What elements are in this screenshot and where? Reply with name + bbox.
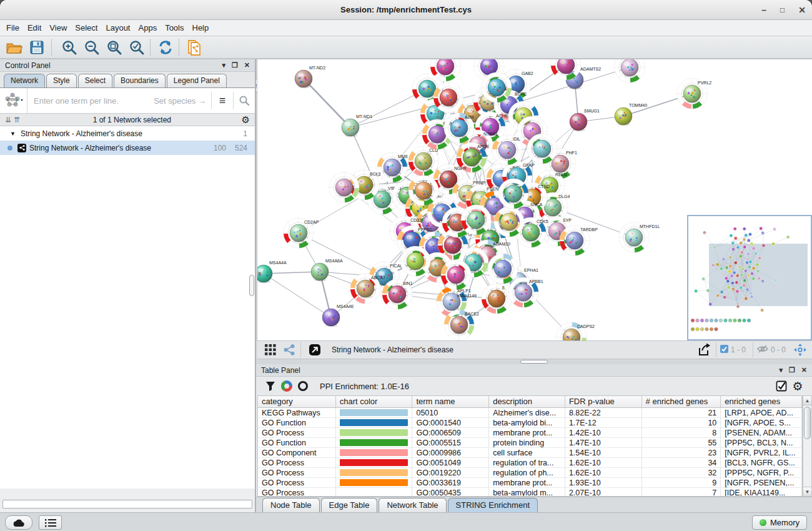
memory-button[interactable]: Memory [752,515,807,530]
control-panel-footer-field[interactable] [2,500,252,509]
network-options-gear-icon[interactable]: ⚙ [242,114,250,126]
network-node[interactable]: CADPS2 [557,322,595,340]
column-header-4[interactable]: FDR p-value [565,396,642,407]
network-node[interactable]: TOMM40 [615,103,647,126]
select-rows-button[interactable] [773,380,790,392]
column-header-6[interactable]: enriched genes [721,396,802,407]
tab-edge-table[interactable]: Edge Table [321,498,378,512]
horizontal-splitter[interactable] [256,359,812,364]
save-session-button[interactable] [27,38,46,57]
network-node[interactable]: MS4A4A [257,261,287,284]
table-row[interactable]: GO ComponentGO:0009986cell surface1.54E-… [258,448,802,458]
tab-string-enrichment[interactable]: STRING Enrichment [448,498,538,512]
menu-layout[interactable]: Layout [106,21,136,34]
zoom-out-button[interactable] [82,38,101,57]
collapse-all-icon[interactable]: ⇊ [5,116,11,124]
network-row-selected[interactable]: String Network - Alzheimer's disease 100… [0,141,255,155]
scroll-up-arrow[interactable]: ▲ [803,396,811,405]
scroll-thumb[interactable] [804,407,811,439]
open-session-button[interactable] [5,38,24,57]
collection-expand-icon[interactable]: ▼ [10,131,16,137]
network-node[interactable] [461,205,491,235]
network-node[interactable] [400,246,430,276]
network-node[interactable]: CLU [408,146,438,176]
network-node[interactable] [482,72,512,102]
birds-eye-view[interactable] [688,216,811,340]
filter-button[interactable] [262,381,279,391]
network-node[interactable] [488,254,518,284]
network-node[interactable] [329,172,359,202]
tab-boundaries[interactable]: Boundaries [114,74,166,87]
query-search-icon[interactable] [234,95,255,106]
selected-checkbox-icon[interactable] [720,344,729,356]
network-collection-row[interactable]: ▼ String Network - Alzheimer's disease 1 [0,126,255,141]
export-network-button[interactable] [696,342,713,357]
network-node[interactable]: MT-ND1 [342,114,372,137]
network-node[interactable] [494,207,524,237]
splitter-grip[interactable] [520,360,548,364]
network-node[interactable]: BACE2 [444,310,479,340]
birds-eye-toggle-button[interactable] [262,342,279,357]
tab-network-table[interactable]: Network Table [379,498,446,512]
tab-select[interactable]: Select [78,74,112,87]
minimize-button[interactable]: – [761,6,766,14]
network-node[interactable] [441,260,471,290]
tab-style[interactable]: Style [46,74,77,87]
table-scrollbar[interactable]: ▲ ▼ [803,395,812,497]
table-panel-float-icon[interactable]: ❐ [789,366,795,374]
ring-chart-button[interactable] [295,380,311,392]
network-node[interactable]: ABCA7 [350,274,385,304]
network-node[interactable] [615,59,645,82]
table-row[interactable]: GO ProcessGO:0050435beta-amyloid m...2.0… [258,488,802,497]
open-in-browser-button[interactable] [307,342,323,357]
cloud-button[interactable] [5,515,32,530]
network-node[interactable] [408,176,438,206]
network-node[interactable]: SMUG1 [570,109,600,132]
species-hint[interactable]: Set species → [154,96,206,106]
expand-all-icon[interactable]: ⇈ [14,116,20,124]
tab-network[interactable]: Network [4,74,45,87]
network-node[interactable]: MS4A6A [311,259,343,282]
table-row[interactable]: GO ProcessGO:0051049regulation of tra...… [258,458,802,468]
query-placeholder[interactable]: Enter one term per line. [34,96,154,106]
network-node[interactable]: PVRL2 [677,79,711,109]
string-source-selector[interactable]: STRING [0,88,27,113]
menu-select[interactable]: Select [75,21,103,34]
network-node[interactable] [498,179,528,209]
panel-splitter-handle[interactable] [249,275,254,296]
scroll-down-arrow[interactable]: ▼ [803,487,811,496]
maximize-button[interactable]: □ [780,6,785,14]
tab-node-table[interactable]: Node Table [262,498,320,512]
tab-legend-panel[interactable]: Legend Panel [167,74,227,87]
refresh-network-button[interactable] [156,38,175,57]
network-node[interactable]: IDE [492,135,522,165]
menu-help[interactable]: Help [192,21,215,34]
table-row[interactable]: GO ProcessGO:0006509membrane prot...1.42… [258,428,802,438]
table-row[interactable]: KEGG Pathways05010Alzheimer's dise...8.8… [258,408,802,418]
string-panel-button[interactable] [281,342,297,357]
task-list-button[interactable] [39,515,62,530]
title-bar[interactable]: Session: /tmp/enrichmentTest.cys – □ ✕ [0,0,812,20]
network-node[interactable]: MME [377,152,408,182]
network-node[interactable] [527,134,557,164]
column-header-1[interactable]: chart color [336,396,413,407]
menu-view[interactable]: View [49,21,72,34]
panel-float-icon[interactable]: ❐ [232,61,238,69]
table-panel-close-icon[interactable]: ✕ [801,366,807,374]
zoom-fit-button[interactable] [105,38,124,57]
zoom-selected-button[interactable] [127,38,146,57]
network-from-file-button[interactable] [185,38,204,57]
menu-file[interactable]: File [6,21,25,34]
network-node[interactable]: MS4A4E [322,304,354,327]
table-row[interactable]: GO ProcessGO:0033619membrane prot...1.93… [258,478,802,488]
network-node[interactable] [433,82,463,112]
column-header-3[interactable]: description [489,396,565,407]
column-header-2[interactable]: term name [412,396,489,407]
zoom-in-button[interactable] [60,38,79,57]
column-header-0[interactable]: category [258,396,336,407]
donut-chart-button[interactable] [279,380,295,392]
network-node[interactable]: CD2AP [284,218,319,248]
network-canvas[interactable]: MT-ND2MT-ND1VSNL1CD2APMS4A4AMS4A6AMS4A4E… [257,59,812,340]
hidden-eye-icon[interactable] [756,344,769,356]
table-row[interactable]: GO FunctionGO:0005515protein binding1.47… [258,438,802,448]
